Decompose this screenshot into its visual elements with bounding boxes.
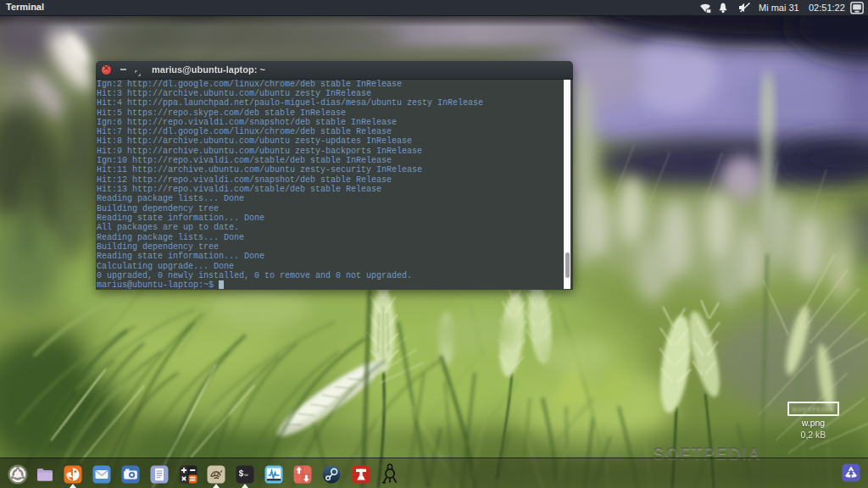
svg-text:$: $	[238, 469, 243, 479]
